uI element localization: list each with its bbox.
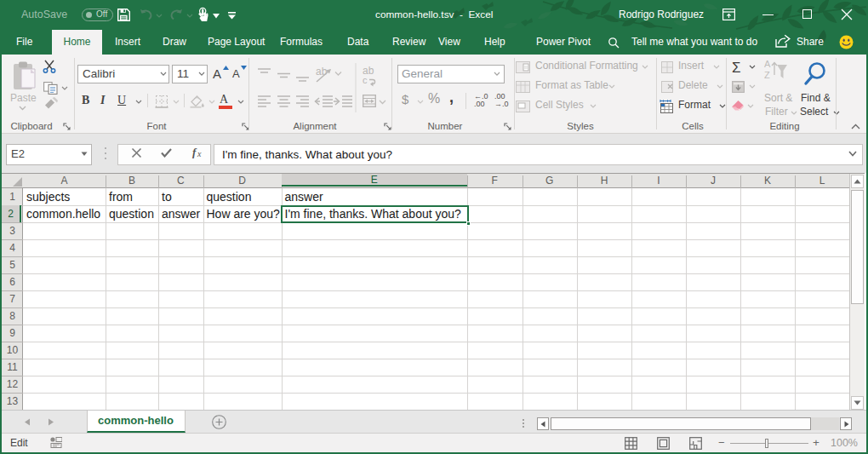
svg-text:ab: ab bbox=[316, 66, 328, 78]
svg-text:Z: Z bbox=[764, 70, 770, 80]
svg-text:A: A bbox=[764, 59, 771, 69]
svg-text:c: c bbox=[363, 75, 368, 85]
